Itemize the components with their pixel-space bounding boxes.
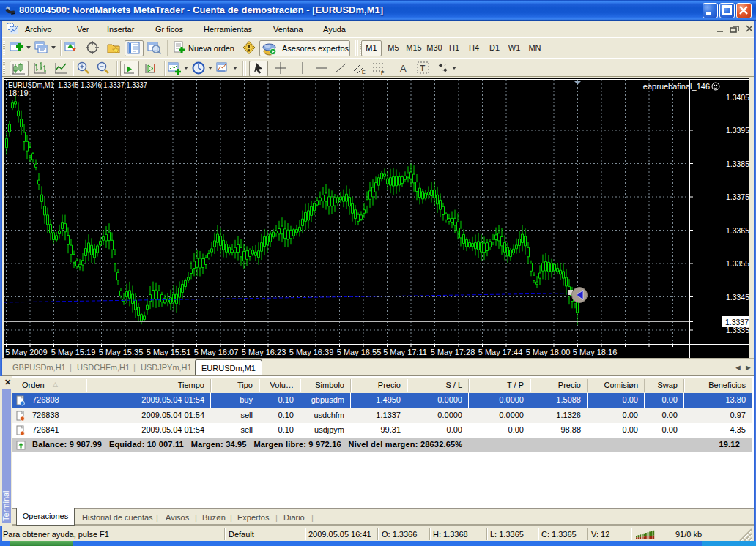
svg-text:18:19: 18:19 xyxy=(8,89,29,97)
svg-text:5 May 16:23: 5 May 16:23 xyxy=(242,348,286,356)
svg-text:E: E xyxy=(362,70,366,75)
svg-text:eapruebafinal_146: eapruebafinal_146 xyxy=(643,82,710,91)
svg-text:EURUSDm,M1 1.3345 1.3346 1.33: EURUSDm,M1 1.3345 1.3346 1.3337 1.3337 xyxy=(8,81,147,89)
svg-text:1.3405: 1.3405 xyxy=(726,93,749,102)
svg-text:5 May 17:28: 5 May 17:28 xyxy=(431,348,475,356)
svg-text:5 May 18:00: 5 May 18:00 xyxy=(526,348,571,356)
svg-text:1.3337: 1.3337 xyxy=(725,318,749,326)
svg-text:1.3395: 1.3395 xyxy=(726,126,749,135)
svg-text:A: A xyxy=(400,63,407,74)
svg-text:5 May 17:11: 5 May 17:11 xyxy=(383,348,427,356)
svg-text:T: T xyxy=(420,64,426,72)
svg-text:1.3385: 1.3385 xyxy=(726,160,749,168)
svg-text:1.3375: 1.3375 xyxy=(726,192,749,201)
svg-text:5 May 15:35: 5 May 15:35 xyxy=(99,348,144,356)
svg-text:5 May 17:44: 5 May 17:44 xyxy=(478,348,523,356)
svg-text:5 May 16:55: 5 May 16:55 xyxy=(337,348,382,356)
svg-text:5 May 2009: 5 May 2009 xyxy=(5,348,47,356)
svg-text:5 May 15:51: 5 May 15:51 xyxy=(147,348,191,356)
svg-text:1.3355: 1.3355 xyxy=(726,259,749,268)
svg-text:1.3365: 1.3365 xyxy=(726,226,749,235)
svg-text:F: F xyxy=(381,70,384,75)
svg-text:5 May 16:07: 5 May 16:07 xyxy=(194,348,239,356)
svg-text:5 May 15:19: 5 May 15:19 xyxy=(51,348,96,356)
svg-text:1.3345: 1.3345 xyxy=(726,293,749,302)
svg-text:5 May 18:16: 5 May 18:16 xyxy=(573,348,618,356)
svg-text:5 May 16:39: 5 May 16:39 xyxy=(289,348,334,356)
